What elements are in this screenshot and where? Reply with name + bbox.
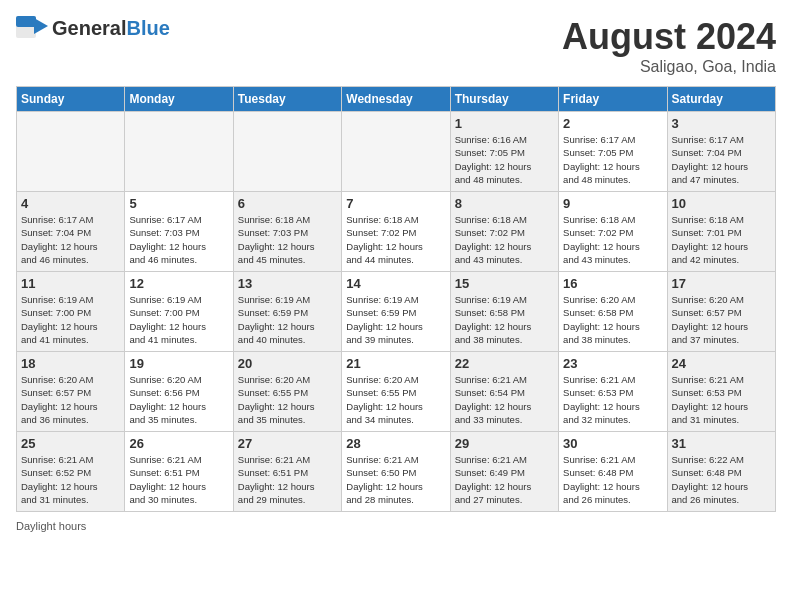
- calendar-cell: 19Sunrise: 6:20 AM Sunset: 6:56 PM Dayli…: [125, 352, 233, 432]
- calendar-cell: 18Sunrise: 6:20 AM Sunset: 6:57 PM Dayli…: [17, 352, 125, 432]
- calendar-cell: 22Sunrise: 6:21 AM Sunset: 6:54 PM Dayli…: [450, 352, 558, 432]
- day-number: 15: [455, 276, 554, 291]
- day-number: 11: [21, 276, 120, 291]
- day-number: 21: [346, 356, 445, 371]
- calendar-cell: 6Sunrise: 6:18 AM Sunset: 7:03 PM Daylig…: [233, 192, 341, 272]
- day-number: 6: [238, 196, 337, 211]
- day-info: Sunrise: 6:16 AM Sunset: 7:05 PM Dayligh…: [455, 133, 554, 186]
- day-info: Sunrise: 6:17 AM Sunset: 7:05 PM Dayligh…: [563, 133, 662, 186]
- calendar-week-2: 4Sunrise: 6:17 AM Sunset: 7:04 PM Daylig…: [17, 192, 776, 272]
- day-number: 28: [346, 436, 445, 451]
- day-info: Sunrise: 6:17 AM Sunset: 7:04 PM Dayligh…: [672, 133, 771, 186]
- calendar-header-row: SundayMondayTuesdayWednesdayThursdayFrid…: [17, 87, 776, 112]
- day-number: 20: [238, 356, 337, 371]
- day-info: Sunrise: 6:21 AM Sunset: 6:50 PM Dayligh…: [346, 453, 445, 506]
- day-info: Sunrise: 6:18 AM Sunset: 7:01 PM Dayligh…: [672, 213, 771, 266]
- day-info: Sunrise: 6:19 AM Sunset: 6:59 PM Dayligh…: [238, 293, 337, 346]
- day-number: 14: [346, 276, 445, 291]
- column-header-wednesday: Wednesday: [342, 87, 450, 112]
- logo-text-blue: Blue: [126, 17, 169, 39]
- column-header-friday: Friday: [559, 87, 667, 112]
- footer: Daylight hours: [16, 520, 776, 532]
- day-number: 3: [672, 116, 771, 131]
- calendar-cell: 17Sunrise: 6:20 AM Sunset: 6:57 PM Dayli…: [667, 272, 775, 352]
- calendar-table: SundayMondayTuesdayWednesdayThursdayFrid…: [16, 86, 776, 512]
- day-info: Sunrise: 6:20 AM Sunset: 6:56 PM Dayligh…: [129, 373, 228, 426]
- calendar-week-4: 18Sunrise: 6:20 AM Sunset: 6:57 PM Dayli…: [17, 352, 776, 432]
- calendar-cell: 27Sunrise: 6:21 AM Sunset: 6:51 PM Dayli…: [233, 432, 341, 512]
- svg-marker-2: [34, 18, 48, 34]
- day-number: 16: [563, 276, 662, 291]
- day-info: Sunrise: 6:22 AM Sunset: 6:48 PM Dayligh…: [672, 453, 771, 506]
- month-title: August 2024: [562, 16, 776, 58]
- day-number: 8: [455, 196, 554, 211]
- day-info: Sunrise: 6:20 AM Sunset: 6:57 PM Dayligh…: [672, 293, 771, 346]
- calendar-cell: 28Sunrise: 6:21 AM Sunset: 6:50 PM Dayli…: [342, 432, 450, 512]
- column-header-tuesday: Tuesday: [233, 87, 341, 112]
- day-info: Sunrise: 6:20 AM Sunset: 6:55 PM Dayligh…: [238, 373, 337, 426]
- day-info: Sunrise: 6:19 AM Sunset: 6:59 PM Dayligh…: [346, 293, 445, 346]
- calendar-week-3: 11Sunrise: 6:19 AM Sunset: 7:00 PM Dayli…: [17, 272, 776, 352]
- day-info: Sunrise: 6:20 AM Sunset: 6:57 PM Dayligh…: [21, 373, 120, 426]
- calendar-cell: 21Sunrise: 6:20 AM Sunset: 6:55 PM Dayli…: [342, 352, 450, 432]
- calendar-cell: 5Sunrise: 6:17 AM Sunset: 7:03 PM Daylig…: [125, 192, 233, 272]
- calendar-cell: 15Sunrise: 6:19 AM Sunset: 6:58 PM Dayli…: [450, 272, 558, 352]
- day-number: 24: [672, 356, 771, 371]
- svg-rect-1: [16, 16, 36, 27]
- logo: GeneralBlue: [16, 16, 170, 40]
- calendar-week-5: 25Sunrise: 6:21 AM Sunset: 6:52 PM Dayli…: [17, 432, 776, 512]
- calendar-cell: [342, 112, 450, 192]
- calendar-cell: 23Sunrise: 6:21 AM Sunset: 6:53 PM Dayli…: [559, 352, 667, 432]
- calendar-cell: 29Sunrise: 6:21 AM Sunset: 6:49 PM Dayli…: [450, 432, 558, 512]
- location: Saligao, Goa, India: [562, 58, 776, 76]
- day-info: Sunrise: 6:21 AM Sunset: 6:51 PM Dayligh…: [238, 453, 337, 506]
- day-number: 13: [238, 276, 337, 291]
- day-number: 27: [238, 436, 337, 451]
- day-number: 26: [129, 436, 228, 451]
- day-info: Sunrise: 6:20 AM Sunset: 6:58 PM Dayligh…: [563, 293, 662, 346]
- day-number: 9: [563, 196, 662, 211]
- day-number: 30: [563, 436, 662, 451]
- column-header-thursday: Thursday: [450, 87, 558, 112]
- calendar-cell: 8Sunrise: 6:18 AM Sunset: 7:02 PM Daylig…: [450, 192, 558, 272]
- calendar-cell: 26Sunrise: 6:21 AM Sunset: 6:51 PM Dayli…: [125, 432, 233, 512]
- day-info: Sunrise: 6:19 AM Sunset: 7:00 PM Dayligh…: [129, 293, 228, 346]
- calendar-cell: [17, 112, 125, 192]
- calendar-cell: 4Sunrise: 6:17 AM Sunset: 7:04 PM Daylig…: [17, 192, 125, 272]
- calendar-cell: 12Sunrise: 6:19 AM Sunset: 7:00 PM Dayli…: [125, 272, 233, 352]
- day-info: Sunrise: 6:21 AM Sunset: 6:54 PM Dayligh…: [455, 373, 554, 426]
- day-number: 25: [21, 436, 120, 451]
- calendar-cell: 3Sunrise: 6:17 AM Sunset: 7:04 PM Daylig…: [667, 112, 775, 192]
- calendar-cell: 16Sunrise: 6:20 AM Sunset: 6:58 PM Dayli…: [559, 272, 667, 352]
- day-info: Sunrise: 6:21 AM Sunset: 6:51 PM Dayligh…: [129, 453, 228, 506]
- day-number: 2: [563, 116, 662, 131]
- day-number: 18: [21, 356, 120, 371]
- calendar-cell: 25Sunrise: 6:21 AM Sunset: 6:52 PM Dayli…: [17, 432, 125, 512]
- day-info: Sunrise: 6:19 AM Sunset: 7:00 PM Dayligh…: [21, 293, 120, 346]
- day-number: 1: [455, 116, 554, 131]
- footer-text: Daylight hours: [16, 520, 86, 532]
- calendar-cell: 7Sunrise: 6:18 AM Sunset: 7:02 PM Daylig…: [342, 192, 450, 272]
- day-info: Sunrise: 6:20 AM Sunset: 6:55 PM Dayligh…: [346, 373, 445, 426]
- day-info: Sunrise: 6:21 AM Sunset: 6:48 PM Dayligh…: [563, 453, 662, 506]
- day-number: 23: [563, 356, 662, 371]
- calendar-cell: 14Sunrise: 6:19 AM Sunset: 6:59 PM Dayli…: [342, 272, 450, 352]
- calendar-week-1: 1Sunrise: 6:16 AM Sunset: 7:05 PM Daylig…: [17, 112, 776, 192]
- column-header-saturday: Saturday: [667, 87, 775, 112]
- calendar-cell: 13Sunrise: 6:19 AM Sunset: 6:59 PM Dayli…: [233, 272, 341, 352]
- day-info: Sunrise: 6:21 AM Sunset: 6:52 PM Dayligh…: [21, 453, 120, 506]
- day-number: 31: [672, 436, 771, 451]
- page-header: GeneralBlue August 2024 Saligao, Goa, In…: [16, 16, 776, 76]
- calendar-cell: [125, 112, 233, 192]
- day-number: 22: [455, 356, 554, 371]
- day-number: 19: [129, 356, 228, 371]
- calendar-cell: 9Sunrise: 6:18 AM Sunset: 7:02 PM Daylig…: [559, 192, 667, 272]
- day-info: Sunrise: 6:17 AM Sunset: 7:04 PM Dayligh…: [21, 213, 120, 266]
- day-info: Sunrise: 6:18 AM Sunset: 7:02 PM Dayligh…: [563, 213, 662, 266]
- day-info: Sunrise: 6:18 AM Sunset: 7:03 PM Dayligh…: [238, 213, 337, 266]
- day-number: 10: [672, 196, 771, 211]
- day-number: 17: [672, 276, 771, 291]
- day-number: 12: [129, 276, 228, 291]
- day-info: Sunrise: 6:17 AM Sunset: 7:03 PM Dayligh…: [129, 213, 228, 266]
- day-info: Sunrise: 6:21 AM Sunset: 6:53 PM Dayligh…: [672, 373, 771, 426]
